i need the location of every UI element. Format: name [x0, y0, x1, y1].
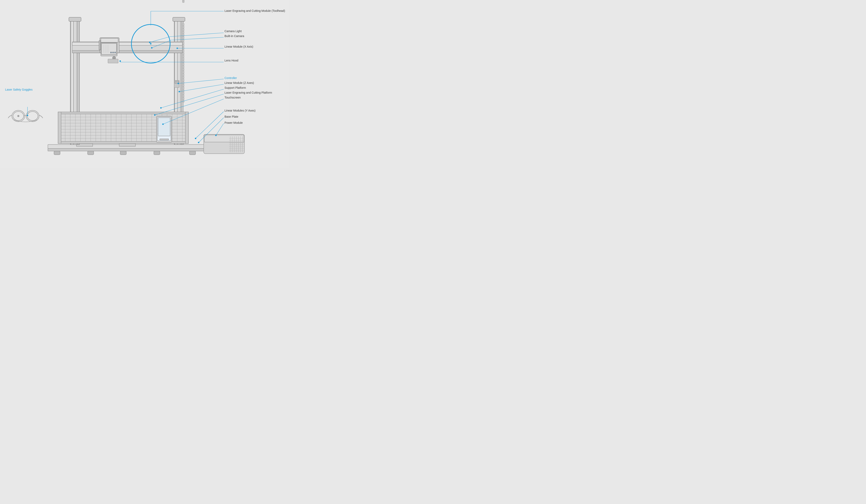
svg-point-168 [215, 135, 216, 136]
svg-rect-61 [99, 41, 101, 50]
svg-rect-63 [101, 43, 116, 55]
svg-point-149 [177, 48, 178, 49]
label-linear-z: Linear Module (Z Axes) [224, 81, 254, 84]
label-linear-y: Linear Modules (Y Axes) [224, 109, 255, 112]
svg-rect-42 [182, 66, 184, 68]
svg-rect-44 [182, 71, 184, 73]
svg-rect-33 [182, 42, 184, 44]
svg-rect-58 [72, 50, 182, 53]
svg-rect-45 [182, 74, 184, 76]
svg-rect-43 [182, 68, 184, 71]
label-support-platform: Support Platform [224, 86, 246, 89]
svg-point-141 [150, 43, 151, 44]
svg-rect-36 [182, 50, 184, 52]
svg-rect-32 [182, 39, 184, 42]
svg-rect-6 [154, 151, 160, 155]
svg-point-68 [113, 57, 115, 59]
svg-rect-114 [160, 139, 169, 140]
label-linear-x: Linear Module (X Axis) [224, 45, 253, 48]
label-built-in-camera: Built-in Camara [224, 34, 244, 38]
label-controller: Controller [224, 76, 237, 80]
svg-rect-47 [182, 79, 184, 81]
svg-rect-5 [120, 151, 126, 155]
svg-point-158 [160, 107, 162, 108]
svg-rect-53 [182, 95, 184, 97]
svg-point-156 [179, 91, 180, 92]
svg-rect-3 [54, 151, 60, 155]
svg-rect-72 [108, 59, 118, 63]
svg-rect-113 [158, 118, 170, 136]
svg-point-166 [198, 142, 199, 143]
diagram-container: {Array.from({length:30}).map((_, i) => `… [0, 0, 289, 168]
svg-rect-28 [182, 29, 184, 31]
svg-rect-25 [182, 0, 184, 2]
svg-rect-30 [182, 34, 184, 36]
svg-point-164 [195, 138, 196, 139]
svg-point-170 [27, 115, 28, 116]
svg-rect-107 [58, 112, 188, 114]
svg-point-135 [18, 115, 19, 117]
svg-rect-48 [182, 82, 184, 84]
label-lens-hood: Lens Hood [224, 59, 238, 62]
svg-rect-38 [182, 55, 184, 57]
svg-rect-23 [173, 17, 185, 21]
label-base-plate: Base Plate [224, 115, 238, 118]
svg-point-152 [120, 60, 121, 62]
svg-rect-109 [58, 112, 61, 144]
svg-rect-29 [182, 31, 184, 34]
svg-point-162 [162, 124, 164, 125]
label-laser-goggles: Laser Safety Goggles [5, 88, 33, 91]
svg-rect-54 [182, 98, 184, 100]
svg-point-71 [114, 52, 116, 53]
svg-rect-27 [182, 26, 184, 28]
svg-rect-34 [182, 45, 184, 47]
svg-point-160 [154, 114, 155, 116]
svg-rect-60 [101, 38, 118, 42]
svg-rect-110 [185, 112, 188, 144]
svg-point-70 [112, 52, 114, 53]
svg-rect-51 [182, 90, 184, 92]
label-laser-module: Laser Engraving and Cutting Module (Tool… [224, 9, 285, 12]
svg-point-69 [110, 52, 112, 53]
svg-rect-37 [182, 53, 184, 55]
svg-point-154 [178, 83, 179, 84]
svg-rect-7 [189, 151, 196, 155]
main-diagram: {Array.from({length:30}).map((_, i) => `… [0, 0, 289, 168]
svg-rect-57 [72, 42, 182, 45]
label-laser-platform: Laser Engraving and Cutting Platform [224, 91, 272, 94]
svg-rect-19 [69, 17, 81, 21]
svg-rect-46 [182, 76, 184, 79]
svg-rect-2 [48, 149, 207, 151]
svg-rect-40 [182, 60, 184, 63]
svg-rect-39 [182, 58, 184, 60]
svg-rect-4 [88, 151, 94, 155]
svg-rect-41 [182, 63, 184, 65]
svg-rect-50 [182, 87, 184, 89]
label-touchscreen: Touchscreen [224, 96, 241, 99]
svg-rect-26 [182, 23, 184, 26]
svg-point-134 [27, 112, 38, 121]
svg-rect-49 [182, 84, 184, 87]
svg-rect-52 [182, 92, 184, 94]
svg-rect-31 [182, 37, 184, 39]
label-power-module: Power Module [224, 121, 243, 124]
label-camera-light: Camara Light [224, 30, 242, 33]
